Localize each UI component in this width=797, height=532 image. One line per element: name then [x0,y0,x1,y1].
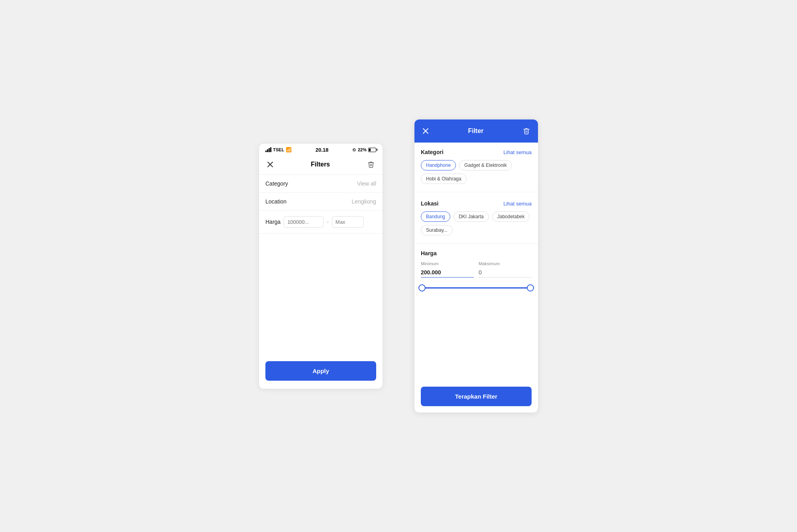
lokasi-chips: Bandung DKI Jakarta Jabodetabek Surabay.… [421,211,532,235]
kategori-section: Kategori Lihat semua Handphone Gadget & … [414,143,538,190]
chip-dki[interactable]: DKI Jakarta [453,211,489,222]
harga-dash: - [327,219,329,225]
range-slider[interactable] [421,283,532,293]
location-row[interactable]: Location Lengkong [259,193,383,211]
range-thumb-left[interactable] [418,284,426,291]
kategori-header: Kategori Lihat semua [421,149,532,155]
right-filter-panel: Filter Kategori Lihat semua Handphone Ga… [414,119,538,413]
chip-hobi[interactable]: Hobi & Olahraga [421,174,467,184]
time-display: 20.18 [316,147,329,153]
lokasi-lihat-semua[interactable]: Lihat semua [503,201,532,207]
battery-icon [368,148,376,152]
category-label: Category [265,180,288,187]
minimum-label: Minimum [421,261,474,266]
left-filter-header: Filters [259,155,383,175]
signal-bars-icon [265,147,271,152]
right-close-button[interactable] [421,126,430,136]
range-fill [421,288,532,289]
right-delete-button[interactable] [521,126,532,136]
carrier-label: TSEL [273,147,284,152]
harga-min-input[interactable] [284,216,324,228]
right-empty-space [414,301,538,380]
minimum-group: Minimum [421,261,474,278]
category-row[interactable]: Category View all [259,175,383,193]
status-bar: TSEL 📶 20.18 ⏲ 22% [259,144,383,155]
location-value: Lengkong [351,198,376,205]
harga-inputs-row: Minimum Maksimum [421,261,532,278]
terapkan-button[interactable]: Terapkan Filter [421,387,532,406]
harga-max-input[interactable] [332,216,364,228]
kategori-chips: Handphone Gadget & Elektronik Hobi & Ola… [421,160,532,184]
kategori-title: Kategori [421,149,444,155]
apply-button[interactable]: Apply [265,361,376,381]
left-filter-panel: TSEL 📶 20.18 ⏲ 22% Filters [259,144,383,389]
chip-handphone[interactable]: Handphone [421,160,456,170]
range-thumb-right[interactable] [527,284,534,291]
right-header-title: Filter [468,127,483,135]
divider-2 [414,243,538,244]
maksimum-label: Maksimum [479,261,532,266]
chip-surabaya[interactable]: Surabay... [421,225,453,235]
empty-space [259,234,383,353]
status-bar-left: TSEL 📶 [265,147,292,153]
left-header-title: Filters [311,161,330,168]
location-label: Location [265,198,287,205]
category-value: View all [357,180,376,187]
harga-section-title: Harga [421,250,532,256]
chip-jabodetabek[interactable]: Jabodetabek [492,211,530,222]
close-button[interactable] [265,160,275,169]
minimum-input[interactable] [421,268,474,278]
harga-row: Harga - [259,211,383,234]
harga-section: Harga Minimum Maksimum [414,245,538,301]
battery-fill [369,149,371,151]
chip-gadget[interactable]: Gadget & Elektronik [459,160,512,170]
lokasi-title: Lokasi [421,200,438,207]
kategori-lihat-semua[interactable]: Lihat semua [503,149,532,155]
status-bar-right: ⏲ 22% [352,147,376,152]
lokasi-section: Lokasi Lihat semua Bandung DKI Jakarta J… [414,194,538,242]
maksimum-input[interactable] [479,268,532,278]
harga-label: Harga [265,219,281,225]
wifi-icon: 📶 [286,147,292,153]
maksimum-group: Maksimum [479,261,532,278]
divider-1 [414,192,538,192]
lokasi-header: Lokasi Lihat semua [421,200,532,207]
battery-percent: 22% [358,147,367,152]
alarm-icon: ⏲ [352,148,356,152]
delete-button[interactable] [366,159,376,170]
chip-bandung[interactable]: Bandung [421,211,450,222]
right-filter-header: Filter [414,119,538,143]
